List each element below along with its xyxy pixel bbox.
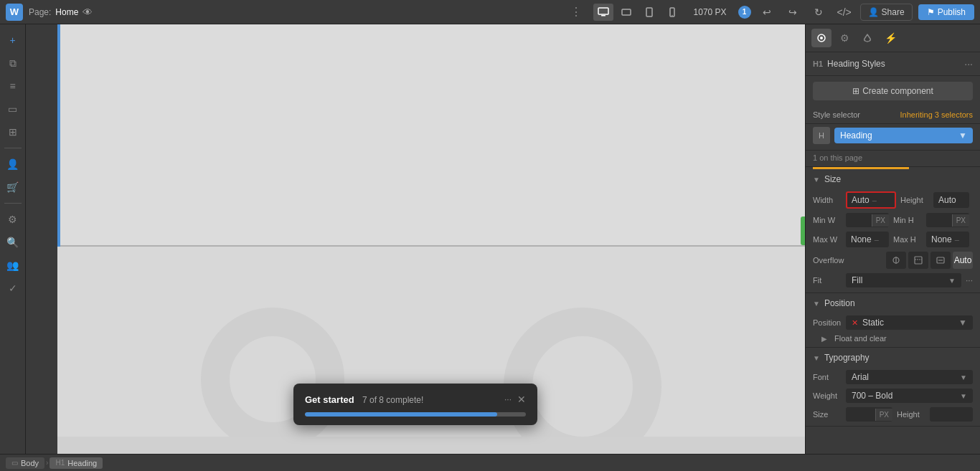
- publish-button[interactable]: ⚑ Publish: [918, 4, 974, 20]
- min-w-value[interactable]: 0: [846, 213, 872, 227]
- font-size-value[interactable]: 38: [846, 407, 875, 422]
- position-x-icon: ✕: [852, 318, 858, 328]
- float-expand-arrow: ▶: [821, 335, 827, 343]
- refresh-btn[interactable]: ↻: [809, 2, 829, 22]
- position-section: ▼ Position Position ✕ Static ▼ ▶ Float a…: [806, 293, 980, 348]
- heading-styles-row: H1 Heading Styles ···: [806, 52, 980, 76]
- fit-more-btn[interactable]: ···: [966, 275, 973, 285]
- font-label: Font: [813, 373, 842, 381]
- tablet-landscape-btn[interactable]: [616, 4, 636, 21]
- ecommerce-btn[interactable]: 🛒: [3, 177, 23, 197]
- user-share-icon: 👤: [868, 7, 879, 17]
- overflow-hidden-btn[interactable]: [908, 252, 928, 269]
- create-component-btn[interactable]: ⊞ Create component: [813, 82, 973, 100]
- get-started-actions: ··· ✕: [504, 394, 526, 405]
- position-dropdown[interactable]: ✕ Static ▼: [846, 315, 973, 330]
- max-w-input[interactable]: None –: [846, 232, 889, 247]
- fit-chevron-icon: ▼: [948, 277, 956, 285]
- get-started-close-btn[interactable]: ✕: [517, 394, 526, 405]
- device-selector: [593, 4, 682, 21]
- min-w-h-row: Min W 0 PX Min H 0 PX: [806, 211, 980, 229]
- layers-btn[interactable]: ⧉: [3, 53, 23, 73]
- undo-btn[interactable]: ↩: [757, 2, 777, 22]
- fit-dropdown[interactable]: Fill ▼: [846, 273, 961, 287]
- redo-btn[interactable]: ↪: [783, 2, 803, 22]
- position-chevron-icon: ▼: [958, 318, 967, 328]
- heading-more-btn[interactable]: ···: [964, 58, 973, 70]
- max-h-input[interactable]: None –: [926, 232, 969, 247]
- canvas-area[interactable]: Get started 7 of 8 complete! ··· ✕: [26, 24, 805, 454]
- add-element-btn[interactable]: +: [3, 30, 23, 50]
- notification-badge[interactable]: 1: [738, 6, 751, 19]
- size-section-header[interactable]: ▼ Size: [806, 169, 980, 189]
- heading-breadcrumb[interactable]: H1 Heading: [50, 457, 103, 469]
- style-selector-label: Style selector: [813, 110, 860, 119]
- font-chevron-icon: ▼: [960, 374, 967, 381]
- width-input[interactable]: Auto –: [846, 191, 896, 209]
- fit-row: Fit Fill ▼ ···: [806, 271, 980, 290]
- get-started-progress-text: 7 of 8 complete!: [362, 395, 423, 405]
- get-started-more-icon[interactable]: ···: [504, 394, 512, 404]
- typography-section-header[interactable]: ▼ Typography: [806, 348, 980, 368]
- desktop-device-btn[interactable]: [593, 4, 613, 21]
- font-dropdown[interactable]: Arial ▼: [846, 370, 973, 384]
- styles-tab[interactable]: [811, 29, 831, 47]
- search-btn[interactable]: 🔍: [3, 232, 23, 252]
- selector-icon: H: [813, 127, 830, 144]
- page-label: Page:: [29, 7, 51, 17]
- more-options-icon[interactable]: ⋮: [570, 5, 582, 19]
- svg-rect-2: [622, 9, 631, 15]
- overflow-row: Overflow Auto: [806, 249, 980, 271]
- tablet-portrait-btn[interactable]: [639, 4, 659, 21]
- bottom-breadcrumb-bar: ▭ Body › H1 Heading: [0, 454, 980, 471]
- position-label: Position: [813, 318, 842, 327]
- weight-label: Weight: [813, 391, 842, 400]
- app-logo[interactable]: W: [6, 4, 23, 21]
- weight-dropdown[interactable]: 700 – Bold ▼: [846, 389, 973, 403]
- svg-rect-10: [915, 257, 922, 264]
- height-label: Height: [900, 196, 929, 204]
- line-height-input: 44: [930, 407, 973, 422]
- canvas-resize-handle[interactable]: [801, 217, 805, 245]
- grid-btn[interactable]: ⊞: [3, 122, 23, 142]
- float-clear-row[interactable]: ▶ Float and clear: [806, 332, 980, 347]
- page-name[interactable]: Home: [55, 7, 78, 17]
- position-section-header[interactable]: ▼ Position: [806, 293, 980, 313]
- mobile-btn[interactable]: [662, 4, 682, 21]
- min-h-value[interactable]: 0: [926, 213, 952, 227]
- min-w-label: Min W: [813, 216, 842, 224]
- selector-dropdown[interactable]: Heading ▼: [834, 128, 973, 143]
- page-selector: Page: Home 👁: [29, 6, 93, 18]
- svg-rect-0: [598, 8, 608, 14]
- overflow-visible-btn[interactable]: [886, 252, 906, 269]
- effects-tab[interactable]: ⚡: [880, 29, 900, 47]
- fill-tab[interactable]: [857, 29, 877, 47]
- body-breadcrumb[interactable]: ▭ Body: [6, 457, 44, 469]
- team-btn[interactable]: 👥: [3, 255, 23, 275]
- overflow-scroll-btn[interactable]: [930, 252, 951, 269]
- typography-section: ▼ Typography Font Arial ▼ Weight 700 – B…: [806, 348, 980, 427]
- assets-btn[interactable]: ▭: [3, 99, 23, 119]
- weight-chevron-icon: ▼: [960, 392, 967, 400]
- progress-bar-background: [305, 412, 526, 417]
- h1-badge: H1: [813, 60, 823, 68]
- height-input[interactable]: Auto: [933, 192, 969, 208]
- line-height-value[interactable]: 44: [930, 407, 973, 422]
- max-w-h-row: Max W None – Max H None –: [806, 229, 980, 249]
- body-label: Body: [21, 459, 39, 467]
- code-btn[interactable]: </>: [834, 2, 854, 22]
- overflow-auto-btn[interactable]: Auto: [953, 252, 973, 269]
- breadcrumb-separator: ›: [46, 459, 48, 467]
- canvas-top-section[interactable]: [57, 24, 805, 247]
- site-settings-btn[interactable]: ⚙: [3, 209, 23, 229]
- settings-tab[interactable]: ⚙: [834, 29, 854, 47]
- share-button[interactable]: 👤 Share: [860, 4, 913, 21]
- canvas[interactable]: [57, 24, 805, 437]
- cms-btn[interactable]: ≡: [3, 76, 23, 96]
- sidebar-separator: [4, 148, 22, 148]
- tasks-btn[interactable]: ✓: [3, 278, 23, 298]
- max-w-label: Max W: [813, 235, 842, 244]
- svg-point-5: [672, 14, 672, 15]
- users-btn[interactable]: 👤: [3, 154, 23, 174]
- preview-icon[interactable]: 👁: [83, 6, 93, 18]
